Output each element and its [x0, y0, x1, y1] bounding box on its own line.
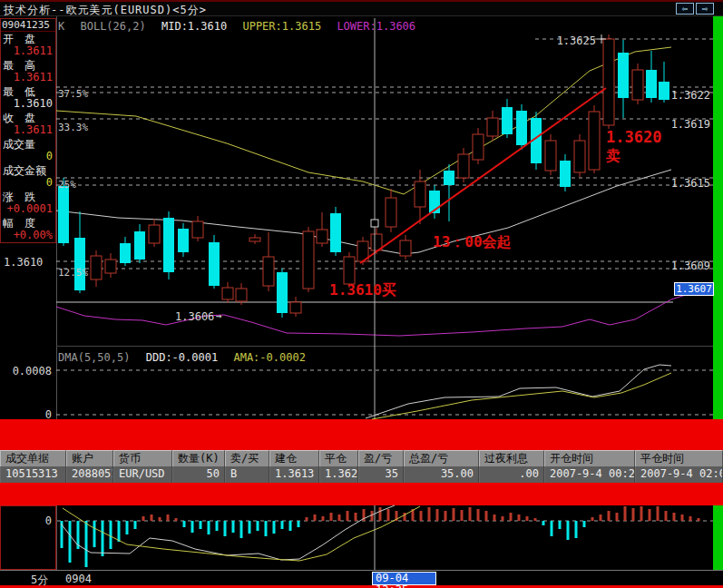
trade-table-cell: 10515313 — [0, 466, 66, 483]
main-chart-region[interactable] — [56, 27, 713, 345]
dma-ama-value: AMA:-0.0002 — [233, 351, 305, 364]
bottom-panel-axis-box — [0, 505, 56, 570]
white_line-line — [366, 365, 671, 418]
quote-item-label: 幅 度 — [1, 218, 55, 230]
quote-item-value: 1.3611 — [1, 124, 55, 136]
dma-name-label: DMA(5,50,5) — [58, 351, 130, 364]
trade-table-header-cell: 数量(K) — [172, 450, 225, 466]
quote-item: 收 盘1.3611 — [1, 113, 55, 136]
quote-items: 开 盘1.3611最 高1.3611最 低1.3610收 盘1.3611成交量0… — [1, 32, 55, 242]
trade-table-header-cell: 盈/亏 — [358, 450, 404, 466]
dma-indicator-header: DMA(5,50,5) DDD:-0.0001 AMA:-0.0002 — [58, 351, 315, 364]
quote-item-label: 开 盘 — [1, 34, 55, 45]
trading-app-window: 技术分析--欧元美元(EURUSD)<5分> ⇦ ⇨ 09041235 开 盘1… — [0, 0, 723, 588]
trade-table-header-cell: 建仓 — [269, 450, 319, 466]
left-arrow-icon: ⇦ — [682, 3, 689, 15]
trade-table-header-cell: 过夜利息 — [479, 450, 544, 466]
dma-ddd-value: DDD:-0.0001 — [146, 351, 218, 364]
trade-table-cell: 20880513 — [66, 466, 113, 483]
quote-item-value: 1.3611 — [1, 72, 55, 83]
trade-table-cell: 50 — [172, 466, 225, 483]
quote-item: 涨 跌+0.0001 — [1, 191, 55, 215]
right-green-stripe-top — [713, 16, 723, 419]
next-arrow-button[interactable]: ⇨ — [696, 3, 714, 15]
quote-item-value: 0 — [1, 177, 55, 189]
red-stripe-upper — [0, 419, 723, 450]
bottom-panel-region[interactable] — [56, 505, 713, 570]
window-title: 技术分析--欧元美元(EURUSD)<5分> — [4, 3, 207, 18]
quote-item-value: +0.00% — [1, 230, 55, 241]
quote-item-label: 涨 跌 — [1, 191, 55, 203]
left-axis-price-label: 1.3610 — [4, 256, 43, 269]
trade-table: 成交单据账户货币数量(K)卖/买建仓平仓盈/亏总盈/亏过夜利息开仓时间平仓时间 … — [0, 450, 723, 483]
quote-item: 幅 度+0.00% — [1, 218, 55, 241]
quote-item: 最 高1.3611 — [1, 60, 55, 83]
quote-item-label: 成交金额 — [1, 165, 55, 177]
red-stripe-lower — [0, 483, 723, 505]
right-arrow-icon: ⇨ — [702, 3, 708, 15]
yellow_line-line — [372, 373, 671, 419]
panel-divider — [56, 346, 713, 347]
period-label[interactable]: 5分 — [31, 573, 48, 588]
trade-table-cell: 35.00 — [404, 466, 479, 483]
trade-table-cell: EUR/USD — [113, 466, 172, 483]
trade-table-cell: 2007-9-4 00:29 — [544, 466, 635, 483]
trade-table-cell: 2007-9-4 02:04 — [635, 466, 723, 483]
trade-table-header: 成交单据账户货币数量(K)卖/买建仓平仓盈/亏总盈/亏过夜利息开仓时间平仓时间 — [0, 450, 723, 466]
right-green-stripe-bottom — [713, 505, 723, 570]
trade-table-cell: 35 — [358, 466, 404, 483]
trade-table-cell: B — [225, 466, 269, 483]
trade-table-cell: 1.3613 — [269, 466, 319, 483]
prev-arrow-button[interactable]: ⇦ — [676, 3, 694, 15]
trade-table-header-cell: 总盈/亏 — [404, 450, 479, 466]
trade-table-header-cell: 卖/买 — [225, 450, 269, 466]
trade-table-row[interactable]: 1051531320880513EUR/USD50B1.36131.362035… — [0, 466, 723, 483]
trade-table-header-cell: 平仓时间 — [635, 450, 723, 466]
quote-item-value: 1.3611 — [1, 45, 55, 57]
trade-table-cell: 1.3620 — [319, 466, 358, 483]
trade-table-cell: .00 — [479, 466, 544, 483]
current-price-badge: 1.3607 — [674, 282, 714, 296]
quote-item: 最 低1.3610 — [1, 86, 55, 110]
trade-table-header-cell: 平仓 — [319, 450, 358, 466]
quote-code: 09041235 — [1, 19, 55, 32]
quote-item-value: 0 — [1, 151, 55, 162]
trade-table-header-cell: 货币 — [113, 450, 172, 466]
quote-item: 成交金额0 — [1, 165, 55, 189]
gutter-divider-top — [56, 16, 57, 419]
date-label: 0904 — [65, 573, 92, 585]
quote-item: 成交量0 — [1, 139, 55, 162]
crosshair-time-badge: 09-04 12:35 — [372, 572, 436, 585]
quote-item-label: 收 盘 — [1, 113, 55, 124]
quote-item-value: 1.3610 — [1, 98, 55, 110]
trade-table-header-cell: 成交单据 — [0, 450, 66, 466]
quote-item-label: 最 低 — [1, 86, 55, 98]
quote-panel: 09041235 开 盘1.3611最 高1.3611最 低1.3610收 盘1… — [0, 18, 56, 243]
chart-text: 0.0008 — [13, 365, 52, 377]
trade-table-header-cell: 账户 — [66, 450, 113, 466]
quote-item-value: +0.0001 — [1, 203, 55, 215]
bottom-status-bar: 5分 0904 — [0, 570, 723, 585]
quote-item: 开 盘1.3611 — [1, 34, 55, 57]
quote-item-label: 成交量 — [1, 139, 55, 151]
quote-item-label: 最 高 — [1, 60, 55, 72]
trade-table-header-cell: 开仓时间 — [544, 450, 635, 466]
